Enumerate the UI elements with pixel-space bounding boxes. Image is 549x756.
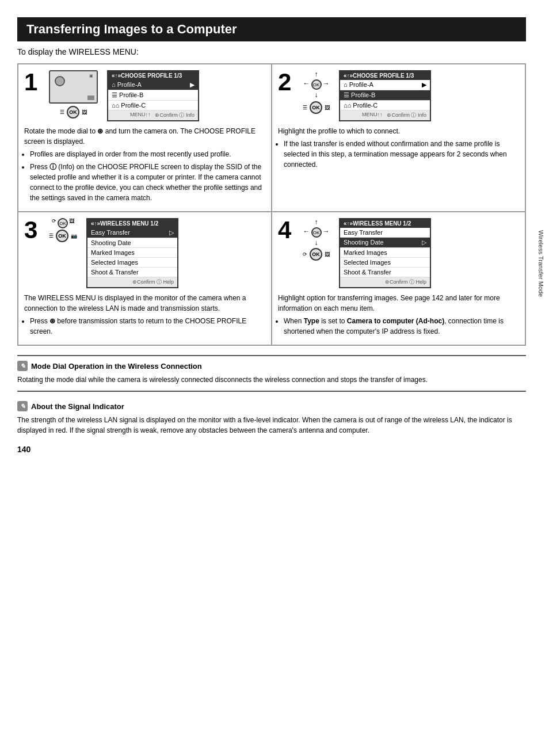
- step-3: 3 ⟳ OK 🖼 ☰ OK 📷: [18, 212, 272, 345]
- sidebar-label: Wireless Transfer Mode: [537, 230, 544, 460]
- step-1: 1 ▣ ☰ OK 🖼 «↑»CHOOSE PROFILE 1/3 ⌂ Prof: [18, 64, 272, 212]
- step-1-text: Rotate the mode dial to ⊛ and turn the c…: [24, 126, 265, 203]
- note-1-text: Rotating the mode dial while the camera …: [17, 375, 526, 385]
- step-4: 4 ↑ ← OK → ↓ ⟳ OK: [272, 212, 525, 345]
- note-2-title: About the Signal Indicator: [31, 402, 124, 411]
- step-3-text: The WIRELESS MENU is displayed in the mo…: [24, 293, 265, 337]
- note-2-icon: ✎: [17, 401, 28, 411]
- subtitle: To display the WIRELESS MENU:: [17, 47, 526, 56]
- step-3-camera: ⟳ OK 🖼 ☰ OK 📷: [49, 218, 77, 288]
- page-number: 140: [17, 445, 526, 454]
- step-2-number: 2: [278, 70, 298, 121]
- step2-ok-btn: OK: [310, 101, 322, 114]
- step-2-text: Highlight the profile to which to connec…: [278, 126, 519, 170]
- step-4-number: 4: [278, 218, 298, 288]
- step-3-menu: «↑»WIRELESS MENU 1/2 Easy Transfer▷ Shoo…: [86, 218, 178, 288]
- step1-img-icon: 🖼: [82, 109, 87, 115]
- step-4-menu: «↑»WIRELESS MENU 1/2 Easy Transfer Shoot…: [339, 218, 431, 288]
- step-4-text: Highlight option for transferring images…: [278, 293, 519, 337]
- note-1-section: ✎ Mode Dial Operation in the Wireless Co…: [17, 355, 526, 385]
- step3-ok-btn: OK: [56, 230, 68, 242]
- steps-grid: 1 ▣ ☰ OK 🖼 «↑»CHOOSE PROFILE 1/3 ⌂ Prof: [17, 63, 526, 346]
- step-3-number: 3: [24, 218, 44, 288]
- step-2-menu: «↑»CHOOSE PROFILE 1/3 ⌂ Profile-A▶ ☰ Pro…: [339, 70, 431, 121]
- step-1-menu: «↑»CHOOSE PROFILE 1/3 ⌂ Profile-A▶ ☰ Pro…: [107, 70, 199, 121]
- step4-ok-btn: OK: [310, 248, 322, 261]
- note-1-icon: ✎: [17, 361, 28, 371]
- page-title: Transferring Images to a Computer: [17, 17, 526, 41]
- step-1-number: 1: [24, 70, 44, 121]
- note-2-section: ✎ About the Signal Indicator The strengt…: [17, 391, 526, 436]
- step-1-camera: ▣ ☰ OK 🖼: [49, 70, 98, 121]
- step-4-camera: ↑ ← OK → ↓ ⟳ OK 🖼: [303, 218, 330, 288]
- note-2-text: The strength of the wireless LAN signal …: [17, 415, 526, 436]
- step1-menu-icon: ☰: [60, 109, 64, 115]
- step1-ok-btn: OK: [67, 106, 79, 119]
- note-1-title: Mode Dial Operation in the Wireless Conn…: [31, 362, 202, 371]
- step-2: 2 ↑ ← OK → ↓ ☰ OK: [272, 64, 525, 212]
- step-2-camera: ↑ ← OK → ↓ ☰ OK 🖼: [303, 70, 330, 121]
